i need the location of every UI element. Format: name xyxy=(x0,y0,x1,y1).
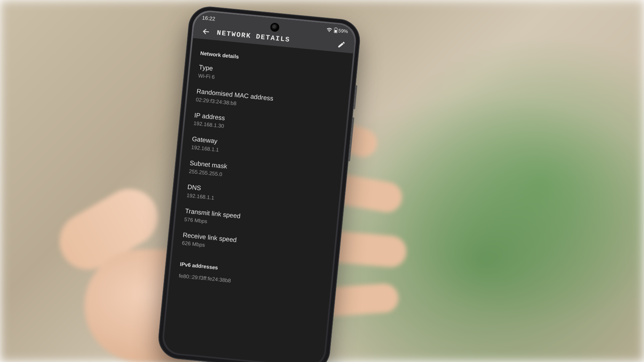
svg-rect-2 xyxy=(334,30,337,33)
edit-button[interactable] xyxy=(336,39,347,50)
settings-content[interactable]: Network details Type Wi-Fi 6 Randomised … xyxy=(163,38,353,362)
wifi-icon xyxy=(326,27,332,32)
phone-screen: 16:22 59% NETWORK DETAILS xyxy=(163,11,356,362)
status-time: 16:22 xyxy=(202,14,215,22)
phone-device: 16:22 59% NETWORK DETAILS xyxy=(157,5,362,362)
battery-percentage: 59% xyxy=(338,28,348,34)
battery-icon: 59% xyxy=(334,27,348,34)
back-button[interactable] xyxy=(200,26,212,37)
